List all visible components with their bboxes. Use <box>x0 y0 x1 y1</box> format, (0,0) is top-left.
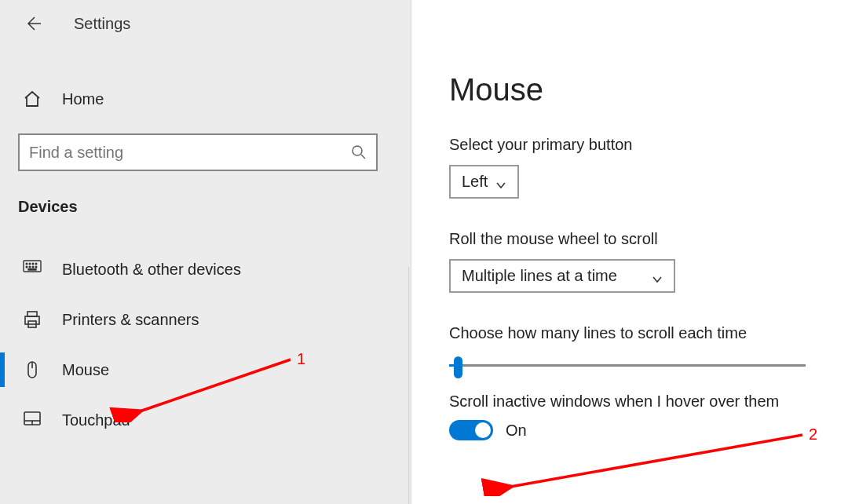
section-heading: Devices <box>18 198 411 216</box>
settings-sidebar: Settings Home Devices Bluetooth & other … <box>0 0 411 504</box>
sidebar-item-printers[interactable]: Printers & scanners <box>0 294 411 345</box>
svg-point-0 <box>353 146 362 155</box>
lines-scroll-label: Choose how many lines to scroll each tim… <box>449 324 848 342</box>
sidebar-item-touchpad[interactable]: Touchpad <box>0 395 411 445</box>
svg-rect-11 <box>27 312 37 316</box>
nav-label: Touchpad <box>62 411 130 429</box>
inactive-scroll-toggle[interactable] <box>449 420 493 440</box>
back-button[interactable] <box>24 14 42 33</box>
search-box[interactable] <box>18 133 378 171</box>
svg-point-5 <box>35 263 37 265</box>
sidebar-item-mouse[interactable]: Mouse <box>0 345 411 395</box>
svg-point-6 <box>26 266 27 268</box>
inactive-scroll-label: Scroll inactive windows when I hover ove… <box>449 393 848 411</box>
nav-label: Printers & scanners <box>62 311 199 329</box>
nav-home[interactable]: Home <box>23 82 411 116</box>
mouse-icon <box>23 360 42 379</box>
wheel-scroll-select[interactable]: Multiple lines at a time <box>449 259 675 293</box>
page-heading: Mouse <box>449 72 848 108</box>
toggle-state-label: On <box>506 422 527 440</box>
svg-rect-12 <box>25 316 39 324</box>
nav-label: Mouse <box>62 361 109 379</box>
search-input[interactable] <box>29 144 351 162</box>
search-icon <box>351 144 367 160</box>
printer-icon <box>23 310 42 329</box>
divider <box>408 267 410 504</box>
nav-label: Bluetooth & other devices <box>62 261 241 279</box>
svg-point-9 <box>35 266 37 268</box>
sidebar-item-bluetooth[interactable]: Bluetooth & other devices <box>0 244 411 294</box>
svg-point-7 <box>29 266 31 268</box>
svg-point-8 <box>32 266 34 268</box>
svg-point-2 <box>26 263 27 265</box>
keyboard-icon <box>23 260 42 279</box>
svg-point-3 <box>29 263 31 265</box>
select-value: Multiple lines at a time <box>462 267 617 285</box>
wheel-scroll-label: Roll the mouse wheel to scroll <box>449 230 848 248</box>
lines-scroll-slider[interactable] <box>449 356 806 375</box>
chevron-down-icon <box>652 271 663 282</box>
home-icon <box>23 89 42 108</box>
slider-track <box>449 364 806 367</box>
svg-point-4 <box>32 263 34 265</box>
select-value: Left <box>462 173 488 191</box>
touchpad-icon <box>23 411 42 429</box>
svg-rect-10 <box>28 269 36 271</box>
window-title: Settings <box>74 15 130 33</box>
main-content: Mouse Select your primary button Left Ro… <box>411 0 848 504</box>
primary-button-select[interactable]: Left <box>449 165 519 199</box>
chevron-down-icon <box>495 177 506 188</box>
nav-home-label: Home <box>62 90 104 108</box>
slider-thumb[interactable] <box>454 356 462 378</box>
primary-button-label: Select your primary button <box>449 136 848 154</box>
nav-list: Bluetooth & other devices Printers & sca… <box>0 244 411 445</box>
toggle-knob <box>475 422 491 438</box>
